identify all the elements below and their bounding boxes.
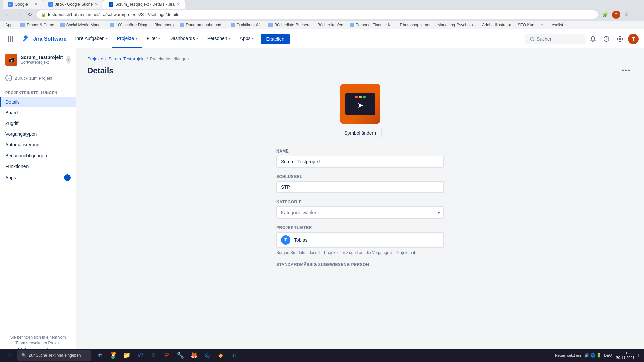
profile-button[interactable]: T bbox=[612, 11, 620, 19]
taskbar-app7[interactable]: ◎ bbox=[201, 349, 213, 361]
sidebar-item-board[interactable]: Board bbox=[0, 107, 76, 118]
bookmark-finance[interactable]: Personal Finance K... bbox=[347, 22, 397, 28]
page-header: Details ••• bbox=[87, 65, 633, 76]
form-group-assignee: Standardmäßig zugewiesene Person bbox=[276, 262, 444, 267]
taskbar-explorer[interactable]: 📁 bbox=[121, 349, 133, 361]
language-indicator: DEU bbox=[604, 353, 612, 357]
taskbar-app8[interactable]: ◆ bbox=[215, 349, 227, 361]
bookmark-marketing[interactable]: Marketing Psycholo... bbox=[435, 22, 479, 28]
create-button[interactable]: Erstellen bbox=[261, 34, 290, 44]
svg-point-2 bbox=[12, 36, 13, 38]
bookmark-more[interactable]: » bbox=[539, 22, 546, 28]
app-switcher-button[interactable] bbox=[5, 34, 16, 44]
browser-actions: 🧩 T ☆ ⋮ bbox=[600, 11, 641, 19]
tab-close-1[interactable]: ✕ bbox=[34, 2, 38, 7]
bookmarks-bar: Apps Dinner & Crime Social Media Mana...… bbox=[0, 21, 644, 29]
folder-icon bbox=[110, 23, 114, 27]
breadcrumb-projekte[interactable]: Projekte bbox=[87, 56, 103, 61]
system-icons: 🔊 🌐 🔋 bbox=[584, 353, 602, 358]
bookmark-illustrator[interactable]: Adobe Illustrator bbox=[479, 22, 514, 28]
help-button[interactable] bbox=[601, 34, 612, 44]
tab-2[interactable]: G JIRA - Google Suche ✕ bbox=[43, 0, 103, 9]
bookmark-bucher-liste[interactable]: Bücherliste Bücherei bbox=[266, 22, 314, 28]
extensions-button[interactable]: 🧩 bbox=[600, 11, 610, 19]
bookmark-apps[interactable]: Apps bbox=[3, 22, 17, 28]
bookmark-bucher-kaufen[interactable]: Bücher kaufen bbox=[315, 22, 346, 28]
bookmark-100[interactable]: 100 schöne Dinge bbox=[107, 22, 151, 28]
taskbar-excel[interactable]: X bbox=[148, 349, 160, 361]
back-to-project-link[interactable]: ← Zurück zum Projekt bbox=[0, 71, 76, 85]
menu-button[interactable]: ⋮ bbox=[633, 11, 641, 19]
bookmark-bloomberg[interactable]: Bloomberg bbox=[152, 22, 176, 28]
taskbar-spotify[interactable]: ♫ bbox=[228, 349, 240, 361]
settings-form: Name Schlüssel Kategorie Kategorie wähle… bbox=[276, 149, 444, 267]
svg-point-1 bbox=[10, 36, 11, 38]
forward-button[interactable]: → bbox=[14, 11, 23, 18]
user-avatar[interactable]: T bbox=[628, 34, 639, 44]
settings-button[interactable] bbox=[614, 34, 625, 44]
sidebar-project-name: Scrum_Testprojekt bbox=[21, 55, 63, 60]
bookmark-photoshop[interactable]: Photoshop lernen bbox=[397, 22, 434, 28]
sidebar-project-type: Softwareprojekt bbox=[21, 60, 63, 65]
nav-item-personen[interactable]: Personen ▾ bbox=[203, 29, 235, 48]
dot-green bbox=[363, 96, 366, 98]
new-tab-button[interactable]: + bbox=[185, 1, 193, 9]
taskbar-chrome[interactable] bbox=[107, 349, 119, 361]
tab-1[interactable]: G Google ✕ bbox=[3, 0, 43, 9]
reload-button[interactable]: ↻ bbox=[25, 11, 34, 18]
powerpoint-icon: P bbox=[165, 352, 169, 359]
taskbar-time: 12:35 30.11.2021 bbox=[616, 351, 634, 360]
nav-item-aufgaben[interactable]: Ihre Aufgaben ▾ bbox=[70, 29, 112, 48]
sidebar-item-automatisierung[interactable]: Automatisierung bbox=[0, 139, 76, 150]
bookmark-button[interactable]: ☆ bbox=[622, 11, 631, 19]
bookmark-praktikum[interactable]: Praktikum WU bbox=[228, 22, 265, 28]
dot-yellow bbox=[359, 96, 362, 98]
sidebar-item-funktionen[interactable]: Funktionen bbox=[0, 161, 76, 172]
taskbar-search[interactable]: 🔍 Zur Suche Text hier eingeben bbox=[17, 350, 91, 361]
project-icon-section: ➤ Symbol ändern bbox=[87, 84, 633, 138]
name-input[interactable] bbox=[276, 156, 444, 168]
svg-point-9 bbox=[530, 37, 533, 40]
assignee-label: Standardmäßig zugewiesene Person bbox=[276, 262, 444, 267]
chevron-down-icon: ▾ bbox=[136, 37, 137, 40]
svg-point-5 bbox=[12, 38, 13, 40]
category-select[interactable]: Kategorie wählen bbox=[276, 206, 444, 219]
notifications-button[interactable] bbox=[588, 34, 598, 44]
tab-close-3[interactable]: ✕ bbox=[177, 2, 180, 7]
nav-item-dashboards[interactable]: Dashboards ▾ bbox=[165, 29, 203, 48]
bookmark-leseliste[interactable]: Leseliste bbox=[547, 22, 568, 28]
taskbar-word[interactable]: W bbox=[134, 349, 146, 361]
sidebar-item-apps[interactable]: Apps → bbox=[0, 172, 76, 184]
nav-item-filter[interactable]: Filter ▾ bbox=[142, 29, 165, 48]
sidebar-item-zugriff[interactable]: Zugriff bbox=[0, 118, 76, 129]
taskbar-powerpoint[interactable]: P bbox=[161, 349, 173, 361]
taskbar-task-view[interactable]: ⧉ bbox=[94, 349, 106, 361]
back-button[interactable]: ← bbox=[3, 11, 12, 18]
bookmark-seo[interactable]: SEO Kurs bbox=[515, 22, 538, 28]
notifications-icon[interactable]: □ bbox=[639, 353, 641, 358]
start-button[interactable]: ⊞ bbox=[3, 349, 16, 361]
sidebar-item-vorgangstypen[interactable]: Vorgangstypen bbox=[0, 129, 76, 139]
taskbar-firefox[interactable]: 🦊 bbox=[188, 349, 200, 361]
key-input[interactable] bbox=[276, 181, 444, 193]
tab-3[interactable]: J Scrum_Testprojekt - Details - Jira ✕ bbox=[103, 0, 185, 9]
bookmark-dinner[interactable]: Dinner & Crime bbox=[18, 22, 57, 28]
sidebar-item-details[interactable]: Details bbox=[0, 97, 76, 107]
jira-logo[interactable]: Jira Software bbox=[21, 34, 66, 44]
breadcrumb-scrum[interactable]: Scrum_Testprojekt bbox=[108, 56, 145, 61]
nav-item-apps[interactable]: Apps ▾ bbox=[235, 29, 258, 48]
form-group-name: Name bbox=[276, 149, 444, 168]
change-icon-button[interactable]: Symbol ändern bbox=[339, 128, 382, 138]
sidebar-collapse-button[interactable]: ‹ bbox=[66, 56, 71, 64]
tab-close-2[interactable]: ✕ bbox=[95, 2, 98, 7]
taskbar-search-placeholder: Zur Suche Text hier eingeben bbox=[29, 353, 81, 358]
taskbar-app5[interactable]: 🔧 bbox=[174, 349, 186, 361]
bookmark-panorama[interactable]: Panoramabahn und... bbox=[177, 22, 227, 28]
bookmark-social[interactable]: Social Media Mana... bbox=[57, 22, 106, 28]
more-options-button[interactable]: ••• bbox=[619, 65, 633, 76]
nav-item-projekte[interactable]: Projekte ▾ bbox=[112, 29, 142, 48]
sidebar-item-benachrichtigungen[interactable]: Benachrichtigungen bbox=[0, 150, 76, 161]
project-icon-large: ➤ bbox=[340, 84, 380, 124]
search-box[interactable]: Suchen bbox=[525, 34, 585, 44]
lead-field[interactable]: T Tobias bbox=[276, 232, 444, 248]
